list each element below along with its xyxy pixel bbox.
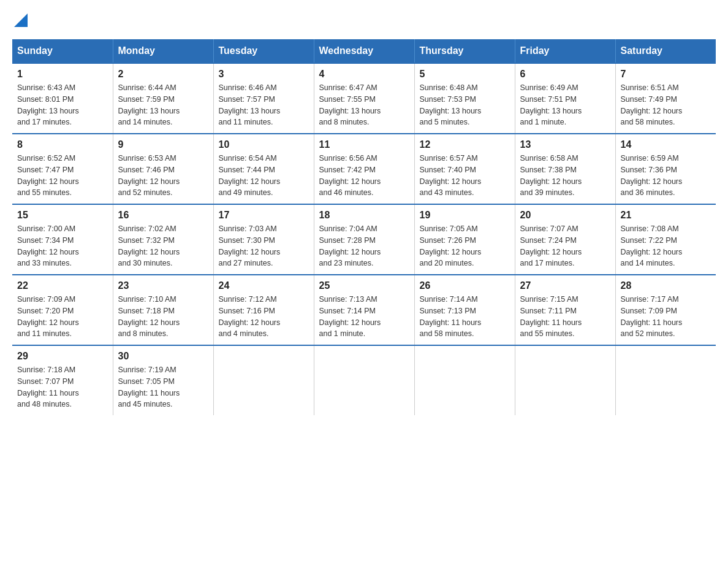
day-info: Sunrise: 6:57 AM Sunset: 7:40 PM Dayligh… xyxy=(420,153,510,199)
calendar-day-cell: 26Sunrise: 7:14 AM Sunset: 7:13 PM Dayli… xyxy=(414,275,515,345)
calendar-day-cell: 25Sunrise: 7:13 AM Sunset: 7:14 PM Dayli… xyxy=(314,275,414,345)
day-number: 5 xyxy=(420,69,510,80)
day-number: 18 xyxy=(319,210,409,221)
calendar-day-cell: 29Sunrise: 7:18 AM Sunset: 7:07 PM Dayli… xyxy=(12,345,113,415)
weekday-header-sunday: Sunday xyxy=(12,39,113,63)
day-number: 8 xyxy=(17,139,108,150)
day-number: 28 xyxy=(621,280,711,291)
calendar-day-cell: 15Sunrise: 7:00 AM Sunset: 7:34 PM Dayli… xyxy=(12,204,113,275)
day-number: 22 xyxy=(17,280,108,291)
day-info: Sunrise: 6:44 AM Sunset: 7:59 PM Dayligh… xyxy=(118,82,208,128)
weekday-header-thursday: Thursday xyxy=(414,39,515,63)
day-number: 2 xyxy=(118,69,208,80)
calendar-day-cell: 11Sunrise: 6:56 AM Sunset: 7:42 PM Dayli… xyxy=(314,134,414,204)
day-info: Sunrise: 7:02 AM Sunset: 7:32 PM Dayligh… xyxy=(118,223,208,269)
calendar-table: SundayMondayTuesdayWednesdayThursdayFrid… xyxy=(12,39,716,415)
day-number: 4 xyxy=(319,69,409,80)
day-info: Sunrise: 6:58 AM Sunset: 7:38 PM Dayligh… xyxy=(520,153,610,199)
calendar-week-row: 1Sunrise: 6:43 AM Sunset: 8:01 PM Daylig… xyxy=(12,63,716,134)
day-number: 30 xyxy=(118,351,208,362)
calendar-day-cell: 3Sunrise: 6:46 AM Sunset: 7:57 PM Daylig… xyxy=(213,63,314,134)
calendar-day-cell xyxy=(615,345,716,415)
day-info: Sunrise: 7:19 AM Sunset: 7:05 PM Dayligh… xyxy=(118,364,208,410)
day-info: Sunrise: 6:56 AM Sunset: 7:42 PM Dayligh… xyxy=(319,153,409,199)
calendar-week-row: 15Sunrise: 7:00 AM Sunset: 7:34 PM Dayli… xyxy=(12,204,716,275)
day-number: 27 xyxy=(520,280,610,291)
day-number: 26 xyxy=(420,280,510,291)
day-info: Sunrise: 7:03 AM Sunset: 7:30 PM Dayligh… xyxy=(219,223,309,269)
day-info: Sunrise: 7:07 AM Sunset: 7:24 PM Dayligh… xyxy=(520,223,610,269)
weekday-header-saturday: Saturday xyxy=(615,39,716,63)
day-info: Sunrise: 7:09 AM Sunset: 7:20 PM Dayligh… xyxy=(17,294,108,340)
calendar-day-cell: 22Sunrise: 7:09 AM Sunset: 7:20 PM Dayli… xyxy=(12,275,113,345)
calendar-day-cell: 24Sunrise: 7:12 AM Sunset: 7:16 PM Dayli… xyxy=(213,275,314,345)
day-number: 9 xyxy=(118,139,208,150)
day-number: 17 xyxy=(219,210,309,221)
svg-marker-0 xyxy=(14,13,28,27)
calendar-day-cell: 18Sunrise: 7:04 AM Sunset: 7:28 PM Dayli… xyxy=(314,204,414,275)
day-info: Sunrise: 6:47 AM Sunset: 7:55 PM Dayligh… xyxy=(319,82,409,128)
calendar-day-cell: 1Sunrise: 6:43 AM Sunset: 8:01 PM Daylig… xyxy=(12,63,113,134)
calendar-day-cell: 27Sunrise: 7:15 AM Sunset: 7:11 PM Dayli… xyxy=(515,275,615,345)
calendar-day-cell: 7Sunrise: 6:51 AM Sunset: 7:49 PM Daylig… xyxy=(615,63,716,134)
calendar-day-cell: 17Sunrise: 7:03 AM Sunset: 7:30 PM Dayli… xyxy=(213,204,314,275)
day-number: 1 xyxy=(17,69,108,80)
day-number: 10 xyxy=(219,139,309,150)
day-info: Sunrise: 7:05 AM Sunset: 7:26 PM Dayligh… xyxy=(420,223,510,269)
weekday-header-wednesday: Wednesday xyxy=(314,39,414,63)
day-info: Sunrise: 6:46 AM Sunset: 7:57 PM Dayligh… xyxy=(219,82,309,128)
calendar-day-cell: 8Sunrise: 6:52 AM Sunset: 7:47 PM Daylig… xyxy=(12,134,113,204)
day-info: Sunrise: 7:00 AM Sunset: 7:34 PM Dayligh… xyxy=(17,223,108,269)
day-info: Sunrise: 6:51 AM Sunset: 7:49 PM Dayligh… xyxy=(621,82,711,128)
day-info: Sunrise: 6:59 AM Sunset: 7:36 PM Dayligh… xyxy=(621,153,711,199)
calendar-day-cell xyxy=(414,345,515,415)
calendar-week-row: 8Sunrise: 6:52 AM Sunset: 7:47 PM Daylig… xyxy=(12,134,716,204)
day-info: Sunrise: 6:53 AM Sunset: 7:46 PM Dayligh… xyxy=(118,153,208,199)
calendar-day-cell: 30Sunrise: 7:19 AM Sunset: 7:05 PM Dayli… xyxy=(113,345,213,415)
calendar-day-cell: 5Sunrise: 6:48 AM Sunset: 7:53 PM Daylig… xyxy=(414,63,515,134)
page-header xyxy=(12,12,716,27)
day-info: Sunrise: 6:54 AM Sunset: 7:44 PM Dayligh… xyxy=(219,153,309,199)
day-info: Sunrise: 7:04 AM Sunset: 7:28 PM Dayligh… xyxy=(319,223,409,269)
day-info: Sunrise: 7:08 AM Sunset: 7:22 PM Dayligh… xyxy=(621,223,711,269)
calendar-week-row: 22Sunrise: 7:09 AM Sunset: 7:20 PM Dayli… xyxy=(12,275,716,345)
calendar-day-cell: 19Sunrise: 7:05 AM Sunset: 7:26 PM Dayli… xyxy=(414,204,515,275)
day-number: 7 xyxy=(621,69,711,80)
calendar-day-cell: 20Sunrise: 7:07 AM Sunset: 7:24 PM Dayli… xyxy=(515,204,615,275)
calendar-week-row: 29Sunrise: 7:18 AM Sunset: 7:07 PM Dayli… xyxy=(12,345,716,415)
day-number: 23 xyxy=(118,280,208,291)
day-info: Sunrise: 7:13 AM Sunset: 7:14 PM Dayligh… xyxy=(319,294,409,340)
day-info: Sunrise: 7:10 AM Sunset: 7:18 PM Dayligh… xyxy=(118,294,208,340)
calendar-day-cell: 14Sunrise: 6:59 AM Sunset: 7:36 PM Dayli… xyxy=(615,134,716,204)
day-number: 29 xyxy=(17,351,108,362)
day-number: 25 xyxy=(319,280,409,291)
day-info: Sunrise: 7:15 AM Sunset: 7:11 PM Dayligh… xyxy=(520,294,610,340)
day-info: Sunrise: 6:52 AM Sunset: 7:47 PM Dayligh… xyxy=(17,153,108,199)
calendar-day-cell: 6Sunrise: 6:49 AM Sunset: 7:51 PM Daylig… xyxy=(515,63,615,134)
day-number: 14 xyxy=(621,139,711,150)
calendar-day-cell xyxy=(314,345,414,415)
day-info: Sunrise: 6:43 AM Sunset: 8:01 PM Dayligh… xyxy=(17,82,108,128)
calendar-day-cell: 4Sunrise: 6:47 AM Sunset: 7:55 PM Daylig… xyxy=(314,63,414,134)
calendar-day-cell: 16Sunrise: 7:02 AM Sunset: 7:32 PM Dayli… xyxy=(113,204,213,275)
weekday-header-tuesday: Tuesday xyxy=(213,39,314,63)
day-number: 19 xyxy=(420,210,510,221)
calendar-day-cell: 10Sunrise: 6:54 AM Sunset: 7:44 PM Dayli… xyxy=(213,134,314,204)
day-number: 20 xyxy=(520,210,610,221)
day-info: Sunrise: 7:14 AM Sunset: 7:13 PM Dayligh… xyxy=(420,294,510,340)
day-number: 16 xyxy=(118,210,208,221)
day-info: Sunrise: 7:18 AM Sunset: 7:07 PM Dayligh… xyxy=(17,364,108,410)
calendar-day-cell: 9Sunrise: 6:53 AM Sunset: 7:46 PM Daylig… xyxy=(113,134,213,204)
day-number: 11 xyxy=(319,139,409,150)
day-number: 21 xyxy=(621,210,711,221)
calendar-day-cell xyxy=(213,345,314,415)
day-number: 3 xyxy=(219,69,309,80)
day-number: 6 xyxy=(520,69,610,80)
calendar-day-cell: 23Sunrise: 7:10 AM Sunset: 7:18 PM Dayli… xyxy=(113,275,213,345)
calendar-day-cell xyxy=(515,345,615,415)
calendar-day-cell: 12Sunrise: 6:57 AM Sunset: 7:40 PM Dayli… xyxy=(414,134,515,204)
day-number: 15 xyxy=(17,210,108,221)
weekday-header-friday: Friday xyxy=(515,39,615,63)
day-number: 13 xyxy=(520,139,610,150)
day-info: Sunrise: 6:48 AM Sunset: 7:53 PM Dayligh… xyxy=(420,82,510,128)
